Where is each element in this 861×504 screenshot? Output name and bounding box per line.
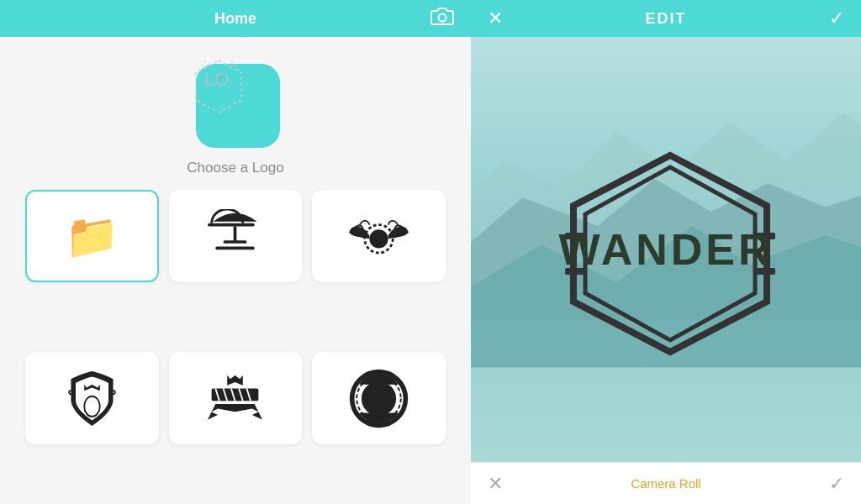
ribbon-svg-icon [203,371,267,426]
logo-hero: LO GO Choose a Logo [0,37,471,190]
logo-item-folder[interactable]: 📁 [25,190,159,282]
svg-point-0 [439,14,446,22]
logo-lo-text: LO [204,69,229,91]
svg-point-8 [370,229,388,248]
wander-logo: WANDER [540,149,792,350]
logo-go-text: GO [245,121,273,143]
hex-frame: WANDER [540,149,792,350]
camera-roll-button[interactable]: Camera Roll [631,476,700,491]
choose-logo-label: Choose a Logo [187,160,283,176]
logo-item-wings[interactable] [312,190,446,282]
svg-rect-4 [208,223,255,226]
left-panel: Home LO GO Choose a Logo 📁 [0,0,471,504]
home-title: Home [214,10,256,28]
folder-icon: 📁 [65,211,119,262]
logo-grid: 📁 [0,190,471,504]
svg-rect-6 [216,246,255,249]
edit-header: ✕ EDIT ✓ [471,0,861,37]
footer-close-button[interactable]: ✕ [488,473,503,495]
confirm-button[interactable]: ✓ [829,8,844,29]
camera-icon[interactable] [430,7,454,30]
logo-item-ribbon[interactable] [169,352,303,444]
edit-footer: ✕ Camera Roll ✓ [471,462,861,504]
circle-svg-icon [347,367,410,430]
left-header: Home [0,0,471,37]
wings-svg-icon [347,209,410,264]
logo-item-circle[interactable] [312,352,446,444]
libra-svg-icon [203,209,267,264]
svg-rect-7 [234,226,237,242]
right-panel: ✕ EDIT ✓ [471,0,861,504]
svg-point-18 [362,381,396,415]
edit-canvas: WANDER [471,37,861,462]
svg-line-3 [231,60,241,73]
wander-label: WANDER [558,224,773,275]
edit-title: EDIT [645,10,686,28]
logo-item-shield[interactable] [25,352,159,444]
close-button[interactable]: ✕ [488,9,503,28]
footer-confirm-button[interactable]: ✓ [829,473,844,495]
logo-item-libra[interactable] [169,190,303,282]
logo-app-icon: LO GO [189,57,282,150]
shield-svg-icon [65,367,119,430]
